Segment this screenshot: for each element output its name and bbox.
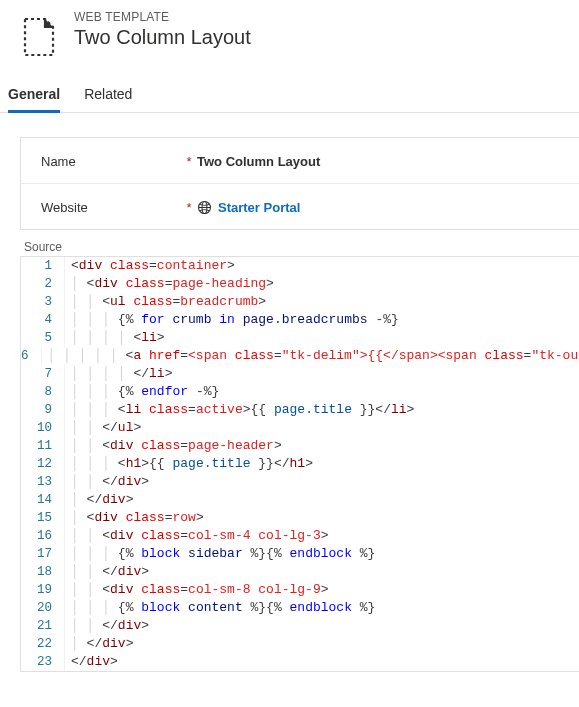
code-content[interactable]: │ │ </div> [65, 563, 149, 581]
code-content[interactable]: │ │ │ <li class=active>{{ page.title }}<… [65, 401, 414, 419]
line-number: 3 [21, 293, 65, 311]
code-line[interactable]: 5│ │ │ │ <li> [21, 329, 579, 347]
line-number: 6 [21, 347, 42, 365]
code-line[interactable]: 1<div class=container> [21, 257, 579, 275]
line-number: 10 [21, 419, 65, 437]
source-field-label: Source [20, 230, 579, 256]
line-number: 13 [21, 473, 65, 491]
code-line[interactable]: 19│ │ <div class=col-sm-8 col-lg-9> [21, 581, 579, 599]
code-line[interactable]: 8│ │ │ {% endfor -%} [21, 383, 579, 401]
line-number: 20 [21, 599, 65, 617]
code-content[interactable]: │ │ <div class=page-header> [65, 437, 282, 455]
code-line[interactable]: 17│ │ │ {% block sidebar %}{% endblock %… [21, 545, 579, 563]
line-number: 15 [21, 509, 65, 527]
code-content[interactable]: │ │ │ │ </li> [65, 365, 172, 383]
code-line[interactable]: 6│ │ │ │ │ <a href=<span class="tk-delim… [21, 347, 579, 365]
code-line[interactable]: 10│ │ </ul> [21, 419, 579, 437]
line-number: 23 [21, 653, 65, 671]
record-tabs: General Related [0, 78, 579, 113]
line-number: 21 [21, 617, 65, 635]
code-content[interactable]: │ │ </div> [65, 617, 149, 635]
code-content[interactable]: │ │ </div> [65, 473, 149, 491]
code-content[interactable]: │ │ │ {% block content %}{% endblock %} [65, 599, 375, 617]
code-line[interactable]: 12│ │ │ <h1>{{ page.title }}</h1> [21, 455, 579, 473]
line-number: 7 [21, 365, 65, 383]
code-content[interactable]: │ │ │ │ <li> [65, 329, 165, 347]
line-number: 4 [21, 311, 65, 329]
line-number: 17 [21, 545, 65, 563]
code-content[interactable]: │ <div class=page-heading> [65, 275, 274, 293]
line-number: 18 [21, 563, 65, 581]
tab-related[interactable]: Related [84, 78, 132, 112]
code-line[interactable]: 9│ │ │ <li class=active>{{ page.title }}… [21, 401, 579, 419]
code-content[interactable]: │ │ │ │ │ <a href=<span class="tk-delim"… [42, 347, 579, 365]
code-content[interactable]: │ </div> [65, 491, 133, 509]
code-content[interactable]: │ │ <div class=col-sm-8 col-lg-9> [65, 581, 329, 599]
code-content[interactable]: │ │ │ {% for crumb in page.breadcrumbs -… [65, 311, 399, 329]
code-content[interactable]: │ │ <ul class=breadcrumb> [65, 293, 266, 311]
code-line[interactable]: 3│ │ <ul class=breadcrumb> [21, 293, 579, 311]
code-line[interactable]: 14│ </div> [21, 491, 579, 509]
line-number: 1 [21, 257, 65, 275]
code-line[interactable]: 16│ │ <div class=col-sm-4 col-lg-3> [21, 527, 579, 545]
code-content[interactable]: │ <div class=row> [65, 509, 204, 527]
code-content[interactable]: │ │ │ {% block sidebar %}{% endblock %} [65, 545, 375, 563]
line-number: 12 [21, 455, 65, 473]
code-content[interactable]: │ │ │ {% endfor -%} [65, 383, 219, 401]
tab-general[interactable]: General [8, 78, 60, 112]
code-line[interactable]: 20│ │ │ {% block content %}{% endblock %… [21, 599, 579, 617]
code-line[interactable]: 2│ <div class=page-heading> [21, 275, 579, 293]
code-content[interactable]: │ │ │ <h1>{{ page.title }}</h1> [65, 455, 313, 473]
line-number: 16 [21, 527, 65, 545]
code-content[interactable]: <div class=container> [65, 257, 235, 275]
page-title: Two Column Layout [74, 26, 251, 49]
page-header: WEB TEMPLATE Two Column Layout [0, 0, 579, 78]
line-number: 14 [21, 491, 65, 509]
form-section: Name * Two Column Layout Website * Start… [20, 137, 579, 230]
code-content[interactable]: │ │ <div class=col-sm-4 col-lg-3> [65, 527, 329, 545]
code-content[interactable]: </div> [65, 653, 118, 671]
code-line[interactable]: 11│ │ <div class=page-header> [21, 437, 579, 455]
source-code-editor[interactable]: 1<div class=container>2│ <div class=page… [20, 256, 579, 672]
code-line[interactable]: 23</div> [21, 653, 579, 671]
code-line[interactable]: 13│ │ </div> [21, 473, 579, 491]
code-line[interactable]: 18│ │ </div> [21, 563, 579, 581]
line-number: 11 [21, 437, 65, 455]
line-number: 19 [21, 581, 65, 599]
form-row-website: Website * Starter Portal [21, 184, 579, 229]
form-row-name: Name * Two Column Layout [21, 138, 579, 184]
code-line[interactable]: 7│ │ │ │ </li> [21, 365, 579, 383]
name-field-label: Name [41, 154, 181, 169]
line-number: 22 [21, 635, 65, 653]
required-indicator: * [181, 154, 197, 169]
line-number: 9 [21, 401, 65, 419]
website-field[interactable]: Starter Portal [197, 200, 559, 215]
required-indicator: * [181, 200, 197, 215]
website-field-label: Website [41, 200, 181, 215]
globe-icon [197, 200, 212, 215]
code-line[interactable]: 21│ │ </div> [21, 617, 579, 635]
line-number: 2 [21, 275, 65, 293]
code-line[interactable]: 4│ │ │ {% for crumb in page.breadcrumbs … [21, 311, 579, 329]
code-line[interactable]: 22│ </div> [21, 635, 579, 653]
line-number: 5 [21, 329, 65, 347]
svg-marker-0 [45, 19, 53, 27]
line-number: 8 [21, 383, 65, 401]
website-lookup-value[interactable]: Starter Portal [218, 200, 300, 215]
code-content[interactable]: │ </div> [65, 635, 133, 653]
file-icon [18, 16, 60, 58]
name-field[interactable]: Two Column Layout [197, 154, 559, 169]
entity-type-label: WEB TEMPLATE [74, 10, 251, 24]
code-content[interactable]: │ │ </ul> [65, 419, 141, 437]
code-line[interactable]: 15│ <div class=row> [21, 509, 579, 527]
